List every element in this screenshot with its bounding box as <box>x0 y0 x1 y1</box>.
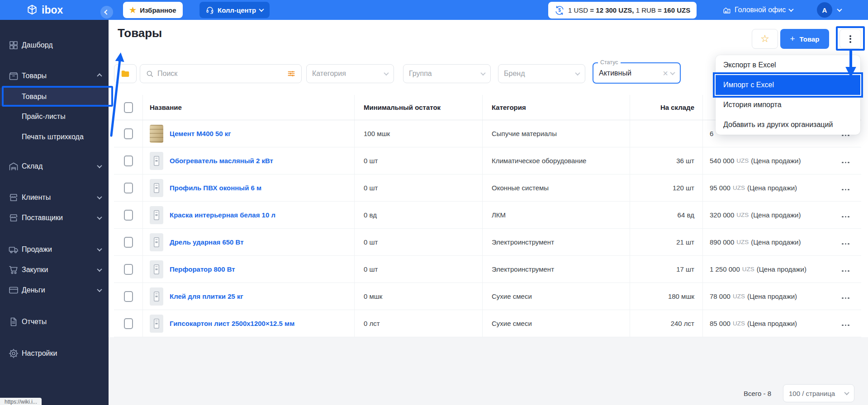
select-all-checkbox[interactable] <box>124 102 133 113</box>
row-more-actions-icon[interactable] <box>841 265 850 273</box>
table-row: Обогреватель масляный 2 кВт0 штКлиматиче… <box>114 147 861 174</box>
row-more-actions-icon[interactable] <box>841 238 850 246</box>
min-stock-cell: 100 мшк <box>354 120 482 147</box>
product-name-cell: Гипсокартон лист 2500x1200×12.5 мм <box>142 310 354 337</box>
favorite-page-button[interactable]: ☆ <box>752 29 778 49</box>
favorites-button[interactable]: ★ Избранное <box>123 2 183 18</box>
call-center-button[interactable]: Колл-центр <box>199 2 270 18</box>
row-checkbox-cell <box>114 202 142 228</box>
sidebar-item-sales[interactable]: Продажи <box>0 240 109 259</box>
store-icon <box>8 192 19 203</box>
sidebar-item-settings[interactable]: Настройки <box>0 344 109 363</box>
brand-filter[interactable]: Бренд <box>498 64 585 83</box>
product-link[interactable]: Краска интерьерная белая 10 л <box>170 211 275 219</box>
product-link[interactable]: Профиль ПВХ оконный 6 м <box>170 184 261 192</box>
search-input[interactable] <box>157 70 283 78</box>
product-link[interactable]: Дрель ударная 650 Вт <box>170 238 244 246</box>
sidebar-collapse-button[interactable] <box>100 6 113 19</box>
row-checkbox-cell <box>114 256 142 283</box>
logo-text: ibox <box>42 4 63 16</box>
sidebar-item-products-sub[interactable]: Товары <box>0 88 109 106</box>
page-size-select[interactable]: 100 / страница <box>783 384 854 402</box>
currency-text: 1 USD = 12 300 UZS, 1 RUB = 160 UZS <box>568 6 690 14</box>
product-placeholder-image <box>150 233 163 251</box>
price-note: (Цена продажи) <box>747 292 797 300</box>
clear-filter-icon[interactable]: × <box>663 69 668 78</box>
table-row: Профиль ПВХ оконный 6 м0 штОконные систе… <box>114 174 861 202</box>
currency-rates[interactable]: $ 1 USD = 12 300 UZS, 1 RUB = 160 UZS <box>548 2 697 19</box>
status-filter-value: Активный <box>599 69 663 77</box>
menu-item-import-history[interactable]: История импорта <box>716 95 860 115</box>
row-actions-cell <box>830 229 861 255</box>
price-currency: UZS <box>742 266 754 273</box>
sidebar-item-barcode-print[interactable]: Печать штрихкода <box>0 128 109 146</box>
in-stock-cell <box>630 120 702 147</box>
header-min-stock: Минимальный остаток <box>354 95 482 120</box>
search-icon <box>146 70 154 78</box>
folder-filter-button[interactable] <box>114 64 137 83</box>
min-stock-cell: 0 лст <box>354 310 482 337</box>
sidebar-item-price-lists[interactable]: Прайс-листы <box>0 108 109 126</box>
chevron-down-icon <box>97 215 102 220</box>
chevron-down-icon <box>97 194 102 199</box>
row-checkbox[interactable] <box>124 210 133 221</box>
sidebar-item-dashboard[interactable]: Дашборд <box>0 36 109 54</box>
sidebar-item-purchases[interactable]: Закупки <box>0 261 109 279</box>
category-filter[interactable]: Категория <box>306 64 394 83</box>
row-checkbox[interactable] <box>124 128 133 139</box>
row-more-actions-icon[interactable] <box>841 157 850 165</box>
cart-icon <box>8 264 19 275</box>
product-link[interactable]: Гипсокартон лист 2500x1200×12.5 мм <box>170 320 294 327</box>
more-actions-button[interactable] <box>840 29 861 49</box>
sidebar-item-money[interactable]: Деньги <box>0 281 109 299</box>
plus-icon: + <box>790 34 795 44</box>
product-link[interactable]: Обогреватель масляный 2 кВт <box>170 157 273 165</box>
in-stock-cell: 64 вд <box>630 202 702 228</box>
price-value: 95 000 <box>710 184 730 192</box>
advanced-filter-icon[interactable] <box>287 69 296 78</box>
menu-item-import-excel[interactable]: Импорт с Excel <box>716 75 860 95</box>
add-product-button[interactable]: + Товар <box>780 29 829 49</box>
row-more-actions-icon[interactable] <box>841 292 850 300</box>
row-checkbox[interactable] <box>124 155 133 166</box>
price-value: 890 000 <box>710 238 734 246</box>
row-checkbox[interactable] <box>124 318 133 329</box>
row-more-actions-icon[interactable] <box>841 211 850 219</box>
row-more-actions-icon[interactable] <box>841 184 850 192</box>
product-link[interactable]: Цемент М400 50 кг <box>170 130 231 137</box>
truck-icon <box>8 244 19 255</box>
row-more-actions-icon[interactable] <box>841 320 850 327</box>
row-checkbox[interactable] <box>124 264 133 275</box>
chevron-down-icon <box>384 71 389 75</box>
sidebar-item-warehouse[interactable]: Склад <box>0 157 109 175</box>
sidebar-item-label: Дашборд <box>22 41 53 49</box>
user-menu[interactable]: A <box>817 2 841 18</box>
price-currency: UZS <box>733 184 745 191</box>
in-stock-cell: 21 шт <box>630 229 702 255</box>
sidebar-item-reports[interactable]: Отчеты <box>0 313 109 331</box>
table-body: Цемент М400 50 кг100 мшкСыпучие материал… <box>114 120 861 337</box>
row-checkbox-cell <box>114 120 142 147</box>
pagination: Всего - 8 100 / страница <box>744 384 854 402</box>
status-filter[interactable]: Статус Активный × <box>593 62 681 84</box>
in-stock-cell: 240 лст <box>630 310 702 337</box>
chevron-up-icon <box>97 73 102 78</box>
sidebar-item-label: Товары <box>22 72 47 80</box>
chevron-down-icon <box>97 163 102 168</box>
product-link[interactable]: Клей для плитки 25 кг <box>170 292 243 300</box>
sidebar-item-products[interactable]: Товары <box>0 67 109 85</box>
avatar[interactable]: A <box>817 2 832 18</box>
office-selector[interactable]: Головной офис <box>723 2 793 18</box>
headset-icon <box>206 6 214 14</box>
menu-item-add-from-orgs[interactable]: Добавить из других организаций <box>716 115 860 135</box>
row-checkbox[interactable] <box>124 183 133 193</box>
product-link[interactable]: Перфоратор 800 Вт <box>170 265 235 273</box>
menu-item-export-excel[interactable]: Экспорт в Excel <box>716 55 860 75</box>
row-checkbox[interactable] <box>124 291 133 302</box>
search-box[interactable] <box>140 64 302 83</box>
chevron-down-icon <box>789 7 794 12</box>
sidebar-item-clients[interactable]: Клиенты <box>0 188 109 207</box>
group-filter[interactable]: Группа <box>403 64 491 83</box>
row-checkbox[interactable] <box>124 237 133 248</box>
sidebar-item-suppliers[interactable]: Поставщики <box>0 209 109 227</box>
